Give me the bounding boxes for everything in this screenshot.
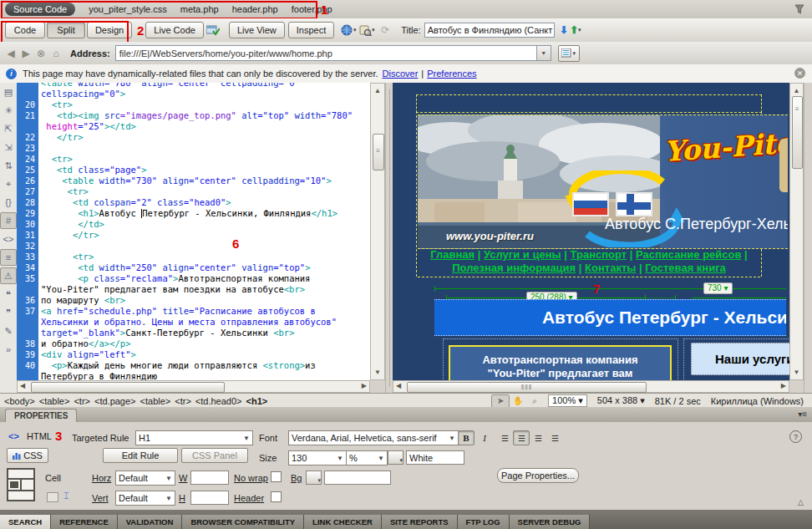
design-horizontal-scrollbar[interactable]: ◀ ⦀⦀⦀ ▶ [393,380,789,393]
bg-color-swatch[interactable]: ▾ [306,471,322,485]
design-vertical-scrollbar[interactable]: ▲ ≡ ▼ [789,83,804,380]
site-nav-link[interactable]: Услуги и цены [484,248,561,261]
size-unit-select[interactable]: %▼ [346,450,388,465]
results-tab-server-debug[interactable]: SERVER DEBUG [510,515,591,529]
results-tab-search[interactable]: SEARCH [0,515,51,529]
live-view-button[interactable]: Live View [229,22,285,38]
preferences-link[interactable]: Preferences [427,69,476,79]
collapse-selection-icon[interactable]: ⇲ [1,138,16,156]
size-select[interactable]: 130▼ [288,450,347,465]
scroll-down-icon[interactable]: ▼ [371,367,384,378]
open-documents-icon[interactable]: ▤ [1,83,16,101]
results-tab-link-checker[interactable]: LINK CHECKER [304,515,382,529]
results-tab-reference[interactable]: REFERENCE [51,515,118,529]
page-properties-button[interactable]: Page Properties... [497,468,579,483]
code-line[interactable]: height="25"></td> [17,121,370,132]
select-tool-icon[interactable]: ➤ [491,394,510,408]
zoom-tool-icon[interactable]: ⌕ [526,395,543,407]
align-center-button[interactable]: ☰ [513,430,530,445]
line-numbers-icon[interactable]: # [0,212,17,229]
align-right-button[interactable]: ☰ [530,430,546,445]
design-hscroll-thumb[interactable]: ⦀⦀⦀ [407,382,647,393]
filter-icon[interactable] [794,3,805,17]
site-nav-link[interactable]: Гостевая книга [645,262,726,274]
scroll-up-icon[interactable]: ▲ [371,85,384,96]
remove-comment-icon[interactable]: ❞ [1,303,16,322]
put-file-icon[interactable]: ⬆▾ [566,23,585,38]
header-checkbox[interactable] [271,491,282,502]
validate-markup-icon[interactable]: ▾ [358,23,376,38]
site-nav-link[interactable]: Контакты [585,262,636,274]
address-dropdown-icon[interactable]: ▼ [537,45,551,61]
tag-selector-item[interactable]: <table> [140,396,171,406]
code-horizontal-scrollbar[interactable]: ◀ ▶ [17,380,370,393]
inspect-button[interactable]: Inspect [288,22,334,38]
bold-button[interactable]: B [458,430,475,445]
view-options-icon[interactable]: ▾ [558,45,580,62]
format-source-code-icon[interactable]: » [1,340,16,359]
w-input[interactable] [190,471,229,485]
wrap-tag-icon[interactable]: ✎ [1,322,16,340]
code-line[interactable]: 20 <tr> [17,99,370,110]
title-input[interactable]: Автобус в Финляндию (Санкт Петербург - Х… [424,23,555,38]
code-view[interactable]: <table width="780" align="center" cellpa… [17,83,370,380]
code-line[interactable]: cellspacing="0"> [17,89,370,99]
design-vscroll-thumb[interactable]: ≡ [792,96,803,169]
stop-icon[interactable]: ⊗ [33,48,48,59]
address-input[interactable]: file:///E|/WebServers/home/you-piter/www… [115,45,537,61]
results-tab-ftp-log[interactable]: FTP LOG [458,515,510,529]
edit-rule-button[interactable]: Edit Rule [103,448,178,463]
page-heading-bar[interactable]: Автобус Петербург - Хельсинки, Финляндия [434,299,786,336]
scroll-right-icon[interactable]: ▶ [362,382,367,389]
collapse-panel-icon[interactable]: △ [798,498,804,506]
vert-select[interactable]: Default▼ [115,491,175,506]
home-icon[interactable]: ⌂ [48,48,63,59]
targeted-rule-select[interactable]: H1▼ [135,430,253,445]
code-line[interactable]: Хельсинки и обратно. Цены и места отправ… [17,317,370,328]
code-vscroll-thumb[interactable]: ≡ [373,134,384,170]
panel-menu-icon[interactable]: ▾≡ [798,409,807,419]
code-line[interactable]: 27 <tr> [17,186,370,197]
code-line[interactable]: 22 </tr> [17,132,370,143]
split-cell-icon[interactable]: ⌶ [63,491,69,501]
tag-selector-item[interactable]: <table> [39,396,70,406]
site-nav-link[interactable]: Расписание рейсов [636,248,741,261]
code-line[interactable]: 32 [17,241,370,252]
text-color-input[interactable]: White [406,450,464,465]
table-width-bar[interactable] [434,288,786,289]
site-nav-link[interactable]: Полезная информация [452,262,576,274]
results-tab-site-reports[interactable]: SITE REPORTS [382,515,458,529]
bg-color-input[interactable] [324,471,391,485]
code-vertical-scrollbar[interactable]: ▲ ≡ ▼ [370,83,385,380]
html-tag-icon[interactable]: <> [8,431,19,441]
reclama-box[interactable]: Автотранспортная компания "You-Piter" пр… [449,345,672,380]
expand-all-icon[interactable]: ⇅ [1,156,16,175]
css-mode-button[interactable]: CSS [7,448,48,463]
code-line[interactable]: 39<div align="left"> [17,349,370,360]
tag-selector-item[interactable]: <h1> [246,396,268,406]
html-mode-button[interactable]: HTML [27,431,52,441]
code-line[interactable]: target="_blank">Санкт-Петербург - Хельси… [17,328,370,338]
tag-selector-item[interactable]: <tr> [74,396,90,406]
code-hscroll-thumb[interactable] [31,382,225,393]
code-line[interactable]: 30 </td> [17,219,370,230]
forward-icon[interactable]: ▶ [18,48,33,59]
site-nav-link[interactable]: Транспорт [571,248,627,261]
tag-selector-item[interactable]: <td.page> [94,396,136,406]
css-panel-button[interactable]: CSS Panel [181,448,248,463]
code-line[interactable]: 24 <tr> [17,154,370,165]
code-line[interactable]: 31 </tr> [17,230,370,241]
word-wrap-icon[interactable]: ≡ [0,249,17,266]
preview-in-browser-icon[interactable]: ▾ [339,23,358,38]
services-box[interactable]: Наши услуги [691,343,789,375]
code-line[interactable]: 38и обратно</a></p> [17,338,370,349]
code-line[interactable]: 25 <td class="page"> [17,165,370,175]
results-tab-validation[interactable]: VALIDATION [118,515,183,529]
code-line[interactable]: 36по маршруту <br> [17,295,370,306]
text-color-swatch[interactable]: ▾ [388,450,403,465]
code-line[interactable]: 23 [17,143,370,154]
highlight-invalid-code-icon[interactable]: <> [1,230,16,248]
refresh-icon[interactable]: ⟳ [376,23,394,38]
hand-tool-icon[interactable]: ✋ [510,395,526,407]
code-line[interactable]: 34 <td width="250" align="center" valign… [17,262,370,273]
